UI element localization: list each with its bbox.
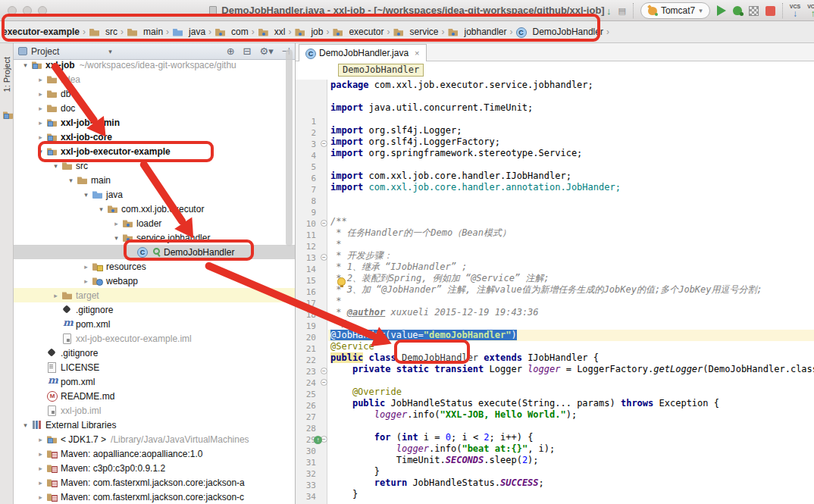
vcs-commit-button[interactable]: VCS↑ bbox=[807, 4, 814, 18]
tree-item[interactable]: ▸< JDK1.7 >/Library/Java/JavaVirtualMach… bbox=[14, 432, 295, 446]
tool-window-stripe: 1: Project bbox=[0, 43, 14, 504]
fold-marker-icon[interactable]: − bbox=[321, 368, 327, 374]
code-line bbox=[328, 91, 814, 102]
collapsed-arrow-icon[interactable]: ▸ bbox=[50, 292, 61, 299]
expanded-arrow-icon[interactable]: ▾ bbox=[65, 177, 77, 184]
tree-item[interactable]: README.md bbox=[14, 389, 295, 403]
tree-item[interactable]: .gitignore bbox=[14, 302, 295, 317]
line-number: 1 bbox=[311, 116, 316, 127]
expanded-arrow-icon[interactable]: ▾ bbox=[111, 234, 122, 242]
tab-demojobhandler[interactable]: DemoJobHandler.java × bbox=[299, 44, 427, 61]
debug-button[interactable] bbox=[733, 6, 742, 15]
fold-marker-icon[interactable]: − bbox=[321, 379, 327, 386]
breadcrumb-chip[interactable]: DemoJobHandler bbox=[338, 64, 424, 77]
tree-item[interactable]: ▸target bbox=[14, 288, 295, 302]
tree-item[interactable]: .gitignore bbox=[14, 346, 295, 360]
collapsed-arrow-icon[interactable]: ▸ bbox=[35, 76, 46, 83]
tree-item-label: < JDK1.7 > bbox=[61, 434, 106, 445]
navigate-down-icon[interactable]: ↓ bbox=[606, 5, 612, 17]
fold-marker-icon[interactable]: − bbox=[321, 220, 327, 227]
tree-scrollbar[interactable] bbox=[286, 49, 293, 246]
toolbar-grid-icon[interactable]: ▤ bbox=[618, 6, 626, 16]
run-button[interactable] bbox=[717, 5, 726, 16]
tree-item[interactable]: pom.xml bbox=[14, 317, 295, 331]
tree-item[interactable]: ▸loader bbox=[14, 216, 295, 230]
tree-item[interactable]: ▸xxl-job-admin bbox=[14, 115, 295, 130]
line-number: 3 bbox=[311, 139, 316, 150]
tree-item[interactable]: LICENSE bbox=[14, 360, 295, 374]
line-number: 27 bbox=[306, 412, 316, 423]
tree-item-label: com.xxl.job.executor bbox=[121, 204, 204, 214]
code-line bbox=[328, 375, 814, 387]
tree-item[interactable]: ▸resources bbox=[14, 259, 295, 274]
vcs-update-button[interactable]: VCS↓ bbox=[790, 4, 800, 18]
collapsed-arrow-icon[interactable]: ▸ bbox=[35, 465, 46, 472]
code-class-highlight-box bbox=[394, 340, 470, 364]
collapsed-arrow-icon[interactable]: ▸ bbox=[80, 277, 92, 285]
maven-lib-icon bbox=[46, 449, 58, 459]
expanded-arrow-icon[interactable]: ▾ bbox=[80, 191, 92, 199]
tree-item[interactable]: ▾java bbox=[14, 187, 295, 202]
tree-item[interactable]: xxl-job-executor-example.iml bbox=[14, 331, 295, 346]
expanded-arrow-icon[interactable]: ▾ bbox=[95, 205, 107, 213]
collapsed-arrow-icon[interactable]: ▸ bbox=[35, 493, 46, 501]
package-icon bbox=[107, 204, 118, 214]
collapsed-arrow-icon[interactable]: ▸ bbox=[35, 133, 46, 141]
tree-item[interactable]: ▸Maven: c3p0:c3p0:0.9.1.2 bbox=[14, 461, 295, 475]
code-line: * bbox=[328, 239, 814, 250]
stop-button[interactable] bbox=[765, 6, 775, 16]
collapsed-arrow-icon[interactable]: ▸ bbox=[80, 263, 92, 271]
close-tab-icon[interactable]: × bbox=[415, 49, 419, 58]
project-stripe-icon[interactable] bbox=[2, 110, 14, 120]
code-line: for (int i = 0; i < 2; i++) { bbox=[328, 432, 814, 443]
line-number: 33 bbox=[306, 480, 316, 491]
collapsed-arrow-icon[interactable]: ▸ bbox=[35, 450, 46, 458]
expanded-arrow-icon[interactable]: ▾ bbox=[20, 421, 31, 429]
line-number: 28 bbox=[306, 423, 316, 434]
tree-item[interactable]: xxl-job.iml bbox=[14, 403, 295, 418]
toolbar-separator bbox=[633, 3, 634, 18]
tree-item[interactable]: ▸doc bbox=[14, 101, 295, 115]
tree-item[interactable]: ▸db bbox=[14, 86, 295, 101]
tree-item[interactable]: ▸Maven: com.fasterxml.jackson.core:jacks… bbox=[14, 490, 295, 504]
tree-item[interactable]: ▾com.xxl.job.executor bbox=[14, 202, 295, 216]
code-line: logger.info("beat at:{}", i); bbox=[328, 443, 814, 455]
run-configuration-selector[interactable]: Tomcat7 ▾ bbox=[640, 2, 710, 19]
intention-bulb-icon[interactable] bbox=[337, 277, 346, 286]
tree-item[interactable]: ▸Maven: com.fasterxml.jackson.core:jacks… bbox=[14, 475, 295, 490]
settings-button[interactable]: ⚙▾ bbox=[259, 45, 273, 57]
tree-item-label: main bbox=[91, 175, 111, 186]
collapsed-arrow-icon[interactable]: ▸ bbox=[35, 119, 46, 127]
tomcat-icon bbox=[648, 7, 657, 15]
file-icon bbox=[61, 333, 73, 343]
overrides-marker-icon[interactable]: ↑ bbox=[314, 436, 322, 444]
tree-item[interactable]: ▸Maven: aopalliance:aopalliance:1.0 bbox=[14, 446, 295, 461]
collapse-all-button[interactable]: ⊟ bbox=[243, 45, 252, 57]
maven-lib-icon bbox=[46, 477, 58, 487]
maven-lib-icon bbox=[46, 463, 58, 473]
locate-button[interactable]: ⊕ bbox=[227, 45, 235, 57]
stripe-tab-project[interactable]: 1: Project bbox=[0, 48, 14, 101]
code-line: import com.xxl.job.core.handler.annotati… bbox=[328, 182, 814, 193]
tree-item[interactable]: pom.xml bbox=[14, 374, 295, 389]
fold-marker-icon[interactable]: − bbox=[321, 140, 327, 147]
navbar-highlight-box bbox=[2, 14, 600, 42]
code-line: * 2、装配到Spring, 例如加 “@Service” 注解; bbox=[328, 273, 814, 284]
tree-item-label: pom.xml bbox=[76, 319, 110, 330]
expanded-arrow-icon[interactable]: ▾ bbox=[20, 61, 31, 69]
fold-marker-icon[interactable]: − bbox=[321, 254, 327, 261]
collapsed-arrow-icon[interactable]: ▸ bbox=[35, 105, 46, 112]
coverage-button[interactable] bbox=[749, 6, 759, 16]
code-editor[interactable]: DemoJobHandler.java × DemoJobHandler 123… bbox=[296, 43, 814, 504]
project-view-dropdown[interactable]: ▾ bbox=[108, 48, 112, 55]
collapsed-arrow-icon[interactable]: ▸ bbox=[35, 479, 46, 487]
line-number: 15 bbox=[306, 275, 316, 286]
code-area[interactable]: package com.xxl.job.executor.service.job… bbox=[328, 80, 814, 504]
expanded-arrow-icon[interactable]: ▾ bbox=[50, 162, 61, 170]
collapsed-arrow-icon[interactable]: ▸ bbox=[111, 220, 122, 227]
chevron-down-icon: ▾ bbox=[699, 7, 703, 14]
tree-item[interactable]: ▾External Libraries bbox=[14, 418, 295, 432]
collapsed-arrow-icon[interactable]: ▸ bbox=[35, 436, 46, 443]
collapsed-arrow-icon[interactable]: ▸ bbox=[35, 90, 46, 98]
line-number: 13 bbox=[306, 252, 316, 264]
